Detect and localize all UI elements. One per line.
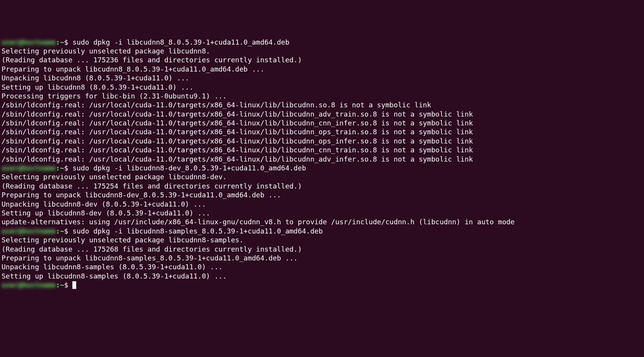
output-line: (Reading database ... 175236 files and d… bbox=[2, 55, 642, 64]
prompt-path: :~ bbox=[56, 164, 64, 172]
output-line: Unpacking libcudnn8-samples (8.0.5.39-1+… bbox=[2, 262, 642, 271]
prompt-line-2: user@hostname:~$ sudo dpkg -i libcudnn8-… bbox=[2, 163, 642, 172]
prompt-path: :~ bbox=[56, 281, 64, 289]
prompt-line-1: user@hostname:~$ sudo dpkg -i libcudnn8_… bbox=[2, 38, 642, 47]
output-line: /sbin/ldconfig.real: /usr/local/cuda-11.… bbox=[2, 100, 642, 109]
output-line: (Reading database ... 175254 files and d… bbox=[2, 182, 642, 190]
output-line: /sbin/ldconfig.real: /usr/local/cuda-11.… bbox=[2, 110, 642, 118]
output-line: Setting up libcudnn8 (8.0.5.39-1+cuda11.… bbox=[2, 83, 642, 92]
command-input: sudo dpkg -i libcudnn8-samples_8.0.5.39-… bbox=[72, 227, 323, 235]
output-line: /sbin/ldconfig.real: /usr/local/cuda-11.… bbox=[2, 137, 642, 145]
prompt-symbol: $ bbox=[64, 227, 73, 235]
output-line: (Reading database ... 175268 files and d… bbox=[2, 245, 642, 254]
cursor-icon bbox=[72, 281, 76, 289]
output-line: Unpacking libcudnn8 (8.0.5.39-1+cuda11.0… bbox=[2, 73, 642, 82]
output-line: Preparing to unpack libcudnn8_8.0.5.39-1… bbox=[2, 65, 642, 73]
command-input: sudo dpkg -i libcudnn8-dev_8.0.5.39-1+cu… bbox=[72, 164, 306, 172]
output-line: Selecting previously unselected package … bbox=[2, 172, 642, 181]
output-line: Setting up libcudnn8-dev (8.0.5.39-1+cud… bbox=[2, 209, 642, 217]
prompt-path: :~ bbox=[56, 38, 64, 46]
output-line: Preparing to unpack libcudnn8-samples_8.… bbox=[2, 254, 642, 262]
command-input: sudo dpkg -i libcudnn8_8.0.5.39-1+cuda11… bbox=[72, 38, 289, 46]
prompt-line-4[interactable]: user@hostname:~$ bbox=[2, 280, 642, 289]
prompt-host: user@hostname bbox=[2, 164, 56, 172]
output-line: Processing triggers for libc-bin (2.31-0… bbox=[2, 92, 642, 100]
output-line: /sbin/ldconfig.real: /usr/local/cuda-11.… bbox=[2, 145, 642, 154]
output-line: Selecting previously unselected package … bbox=[2, 47, 642, 55]
prompt-host: user@hostname bbox=[2, 38, 56, 46]
output-line: update-alternatives: using /usr/include/… bbox=[2, 217, 642, 226]
prompt-host: user@hostname bbox=[2, 281, 56, 289]
output-line: /sbin/ldconfig.real: /usr/local/cuda-11.… bbox=[2, 118, 642, 127]
output-line: Unpacking libcudnn8-dev (8.0.5.39-1+cuda… bbox=[2, 200, 642, 209]
output-line: Preparing to unpack libcudnn8-dev_8.0.5.… bbox=[2, 190, 642, 199]
prompt-symbol: $ bbox=[64, 281, 73, 289]
terminal-window[interactable]: user@hostname:~$ sudo dpkg -i libcudnn8_… bbox=[2, 38, 642, 357]
output-line: /sbin/ldconfig.real: /usr/local/cuda-11.… bbox=[2, 155, 642, 163]
prompt-path: :~ bbox=[56, 227, 64, 235]
prompt-symbol: $ bbox=[64, 164, 73, 172]
output-line: Selecting previously unselected package … bbox=[2, 235, 642, 244]
output-line: /sbin/ldconfig.real: /usr/local/cuda-11.… bbox=[2, 127, 642, 136]
prompt-line-3: user@hostname:~$ sudo dpkg -i libcudnn8-… bbox=[2, 227, 642, 235]
prompt-symbol: $ bbox=[64, 38, 73, 46]
output-line: Setting up libcudnn8-samples (8.0.5.39-1… bbox=[2, 272, 642, 280]
prompt-host: user@hostname bbox=[2, 227, 56, 235]
